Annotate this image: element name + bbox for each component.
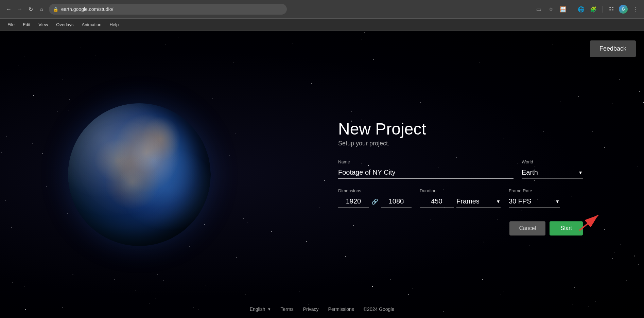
star	[486, 261, 486, 261]
star	[235, 111, 235, 111]
star	[178, 37, 178, 37]
star	[245, 184, 245, 185]
star	[114, 279, 115, 280]
star	[102, 311, 102, 311]
star	[236, 257, 236, 258]
star	[367, 249, 368, 249]
star	[173, 275, 174, 275]
star	[362, 39, 362, 40]
menu-help[interactable]: Help	[106, 21, 122, 29]
forward-button[interactable]: →	[15, 4, 24, 14]
star	[482, 279, 483, 280]
new-project-dialog: New Project Setup your project. Name Wor…	[338, 120, 583, 236]
star	[24, 286, 25, 287]
star	[245, 294, 246, 295]
star	[136, 290, 136, 291]
star	[408, 294, 408, 295]
bookmark-button[interactable]: ☆	[546, 4, 556, 14]
button-row: Cancel Start	[338, 222, 583, 236]
star	[63, 79, 63, 80]
address-bar[interactable]: 🔒 earth.google.com/studio/	[49, 4, 287, 15]
star	[229, 156, 230, 156]
star	[372, 55, 372, 55]
star	[142, 79, 143, 80]
star	[12, 282, 13, 282]
star	[636, 120, 636, 121]
feedback-button[interactable]: Feedback	[590, 40, 636, 57]
link-icon: 🔗	[371, 198, 378, 205]
star	[567, 288, 568, 288]
globe-button[interactable]: 🌐	[576, 4, 586, 14]
menu-overlays[interactable]: Overlays	[53, 21, 77, 29]
star	[95, 55, 95, 55]
star	[604, 229, 605, 230]
menu-animation[interactable]: Animation	[79, 21, 105, 29]
star	[166, 44, 166, 45]
dialog-subtitle: Setup your project.	[338, 140, 583, 147]
width-input[interactable]	[338, 196, 369, 208]
cancel-button[interactable]: Cancel	[509, 222, 545, 236]
star	[5, 200, 6, 201]
star	[1, 153, 2, 153]
divider	[572, 6, 572, 13]
svg-line-1	[579, 215, 598, 231]
puzzle-button[interactable]: 🧩	[589, 4, 598, 14]
star	[373, 59, 373, 59]
star	[574, 287, 575, 288]
star	[371, 265, 371, 265]
star	[620, 245, 621, 245]
star	[563, 236, 563, 236]
menu-file[interactable]: File	[4, 21, 18, 29]
star	[345, 256, 346, 257]
star	[81, 48, 81, 48]
star	[156, 298, 156, 299]
star	[626, 280, 626, 280]
star	[425, 66, 425, 66]
star	[243, 218, 244, 219]
menu-view[interactable]: View	[35, 21, 51, 29]
world-label: World	[522, 160, 583, 165]
earth-container	[68, 103, 211, 246]
name-input[interactable]	[338, 167, 514, 179]
star	[247, 223, 248, 223]
menu-edit[interactable]: Edit	[19, 21, 34, 29]
menu-button[interactable]: ⋮	[630, 4, 640, 14]
frames-select[interactable]: Frames ▼	[456, 196, 501, 208]
star	[25, 309, 25, 310]
red-arrow	[576, 212, 603, 232]
star	[61, 215, 61, 216]
footer-permissions[interactable]: Permissions	[328, 306, 354, 312]
star	[45, 224, 46, 224]
home-button[interactable]: ⌂	[37, 4, 46, 14]
extensions-button[interactable]: 🪟	[558, 4, 568, 14]
star	[446, 238, 447, 238]
star	[271, 231, 272, 232]
star	[57, 111, 58, 112]
star	[203, 317, 203, 317]
back-button[interactable]: ←	[4, 4, 14, 14]
star	[155, 88, 155, 88]
dialog-title: New Project	[338, 120, 583, 138]
duration-input[interactable]	[420, 196, 454, 208]
footer-privacy[interactable]: Privacy	[303, 306, 319, 312]
framerate-label: Frame Rate	[509, 189, 560, 194]
world-select[interactable]: Earth ▼	[522, 167, 583, 179]
star	[32, 143, 33, 144]
profile-avatar[interactable]: G	[619, 5, 628, 14]
star	[511, 52, 511, 52]
star	[306, 241, 307, 242]
star	[505, 286, 505, 286]
height-input[interactable]	[381, 196, 412, 208]
footer-terms[interactable]: Terms	[281, 306, 294, 312]
star	[272, 251, 272, 251]
star	[55, 222, 55, 222]
star	[484, 242, 484, 242]
menu-bar: File Edit View Overlays Animation Help	[0, 19, 644, 31]
language-selector[interactable]: English ▼	[250, 306, 271, 312]
reload-button[interactable]: ↻	[26, 4, 35, 14]
tab-manager-button[interactable]: ☷	[607, 4, 616, 14]
fps-select[interactable]: 30 FPS ▼	[509, 196, 560, 208]
dimensions-inputs: 🔗	[338, 196, 412, 208]
cast-button[interactable]: ▭	[534, 4, 543, 14]
world-dropdown-arrow: ▼	[578, 170, 583, 175]
